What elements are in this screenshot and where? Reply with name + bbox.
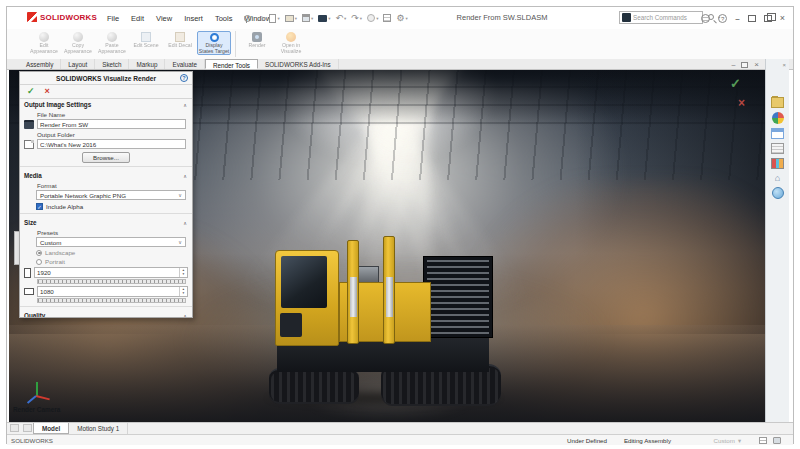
save-icon [302,14,310,22]
status-tag-icon[interactable] [759,437,767,444]
motion-study-tab[interactable]: Motion Study 1 [69,423,128,434]
edit-scene-button[interactable]: Edit Scene [129,31,163,49]
resources-icon[interactable]: ⌂ [771,173,784,183]
output-folder-input[interactable] [37,139,186,149]
config-dropdown[interactable]: Custom ▾ [714,437,741,444]
copy-appearance-button[interactable]: Copy Appearance [61,31,95,54]
tab-sketch[interactable]: Sketch [95,59,129,69]
view-palette-icon[interactable] [771,128,784,139]
open-in-visualize-button[interactable]: Open in Visualize [274,31,308,54]
file-name-input[interactable] [37,119,186,129]
print-button[interactable]: ▾ [318,15,330,22]
forum-icon[interactable] [772,187,784,199]
custom-properties-icon[interactable] [771,143,784,154]
doc-close-icon[interactable]: × [754,60,759,69]
portrait-label: Portrait [45,258,65,265]
height-spinbox[interactable]: ▴ ▾ [37,286,188,297]
maximize-button[interactable] [748,15,756,22]
file-explorer-icon[interactable] [771,97,784,108]
width-spinbox[interactable]: ▴ ▾ [34,267,188,278]
quality-header[interactable]: Quality ∧ [20,310,192,318]
size-header-text: Size [24,219,37,226]
tab-render-tools[interactable]: Render Tools [205,59,258,69]
close-button[interactable]: × [780,13,785,23]
save-button[interactable]: ▾ [302,14,313,22]
rebuild-button[interactable]: ▾ [367,14,378,22]
confirmation-corner-accept-icon[interactable]: ✓ [730,76,741,91]
design-library-icon[interactable] [771,158,784,169]
appearances-icon[interactable] [772,112,784,124]
panel-cancel-icon[interactable]: × [45,87,50,96]
home-button[interactable]: ⌂ [259,14,264,23]
size-header[interactable]: Size ∧ [20,217,192,227]
menu-pin-icon[interactable] [243,15,250,22]
menu-view[interactable]: View [150,14,178,23]
help-icon[interactable]: ? [718,14,727,23]
output-settings-header[interactable]: Output Image Settings ∧ [20,99,192,109]
tab-evaluate[interactable]: Evaluate [165,59,205,69]
confirmation-corner-cancel-icon[interactable]: × [738,96,745,110]
doc-restore-icon[interactable] [741,62,748,68]
tab-layout[interactable]: Layout [61,59,95,69]
menu-file[interactable]: File [101,14,125,23]
media-header[interactable]: Media ∧ [20,170,192,180]
width-slider[interactable] [37,279,186,284]
presets-select[interactable]: Custom ∨ [36,237,186,247]
height-stepper[interactable]: ▴ ▾ [179,287,187,296]
edit-decal-button[interactable]: Edit Decal [163,31,197,49]
restore-button[interactable] [764,15,772,22]
edit-appearance-button[interactable]: Edit Appearance [27,31,61,54]
open-in-visualize-icon [286,32,296,42]
search-input[interactable] [633,14,699,21]
machine-cab-panel [280,313,302,337]
tab-solidworks-addins[interactable]: SOLIDWORKS Add-Ins [258,59,339,69]
height-slider[interactable] [37,298,186,303]
redo-button[interactable]: ↷▾ [351,14,362,23]
menu-tools[interactable]: Tools [209,14,239,23]
portrait-radio-row[interactable]: Portrait [36,258,192,265]
render-icon [252,32,262,42]
tab-markup[interactable]: Markup [129,59,165,69]
browse-button[interactable]: Browse... [82,152,130,163]
width-stepper[interactable]: ▴ ▾ [179,268,187,277]
status-sheet-icon[interactable] [773,437,781,444]
file-name-label: File Name [37,111,192,118]
menu-insert[interactable]: Insert [178,14,209,23]
landscape-radio-row[interactable]: Landscape [36,249,192,256]
login-icon[interactable] [701,14,710,23]
include-alpha-row[interactable]: ✓ Include Alpha [36,203,192,210]
file-properties-button[interactable] [383,14,391,22]
task-pane-close-icon[interactable]: × [782,62,786,68]
open-button[interactable]: ▾ [285,15,297,22]
new-document-button[interactable]: ▾ [269,14,279,23]
triad-y-axis [36,382,38,396]
menu-edit[interactable]: Edit [125,14,150,23]
panel-help-icon[interactable]: ? [180,74,188,82]
panel-actions: ✓ × [20,85,192,99]
edit-decal-icon [175,32,185,42]
machine-track-tread [383,368,499,404]
tab-splitter-button[interactable] [23,424,32,432]
width-input[interactable] [35,268,179,277]
paste-appearance-button[interactable]: Paste Appearance [95,31,129,54]
display-states-target-button[interactable]: Display States Target [197,31,231,55]
landscape-radio[interactable] [36,250,42,256]
tab-assembly[interactable]: Assembly [19,59,61,69]
search-box[interactable] [619,11,703,24]
doc-minimize-icon[interactable]: – [731,61,735,68]
height-input[interactable] [38,287,179,296]
spin-down-icon[interactable]: ▾ [183,273,185,277]
panel-ok-icon[interactable]: ✓ [27,87,35,96]
minimize-button[interactable]: – [735,14,739,23]
spin-down-icon[interactable]: ▾ [183,292,185,296]
divider [20,213,192,214]
portrait-radio[interactable] [36,259,42,265]
include-alpha-checkbox[interactable]: ✓ [36,203,43,210]
render-button[interactable]: Render [240,31,274,49]
collapse-icon: ∧ [183,173,187,179]
model-tab[interactable]: Model [33,423,69,434]
tab-splitter-button[interactable] [10,424,19,432]
undo-button[interactable]: ↶▾ [336,14,347,23]
options-button[interactable]: ⚙▾ [396,14,407,23]
format-select[interactable]: Portable Network Graphic PNG ∨ [36,190,186,200]
